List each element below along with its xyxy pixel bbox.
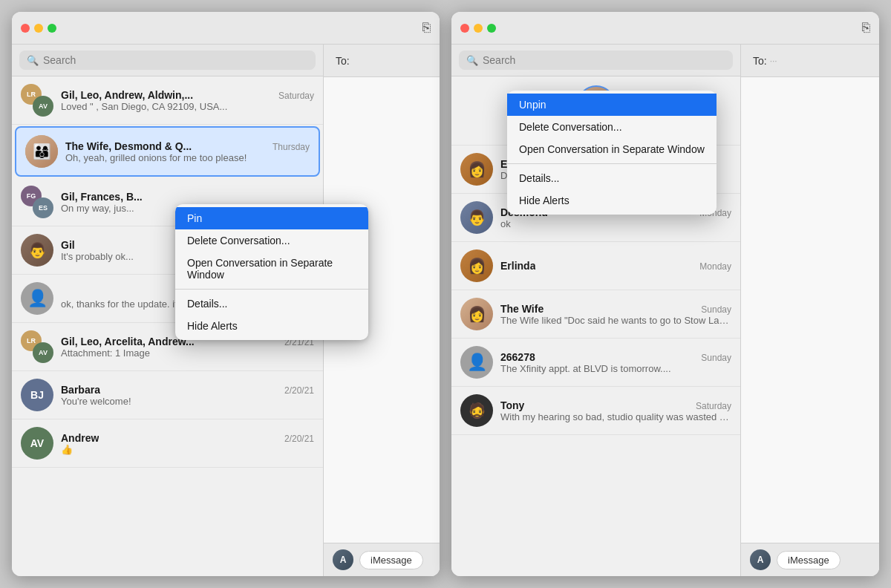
compose-area-right: To: ··· A iMessage [741, 45, 879, 576]
maximize-button-left[interactable] [48, 24, 56, 33]
conv-preview-266278: The Xfinity appt. at BLVD is tomorrow...… [500, 363, 731, 374]
conv-time-barbara: 2/20/21 [284, 385, 314, 396]
conv-item-barbara[interactable]: BJ Barbara 2/20/21 You're welcome! [12, 371, 323, 419]
sidebar-left: 🔍 LR AV Gil, Leo, Andrew, Aldwin,... Sat… [12, 45, 324, 576]
conv-item-tony[interactable]: 🧔 Tony Saturday With my hearing so bad, … [451, 387, 740, 435]
conv-name-andrew: Andrew [61, 432, 99, 444]
conv-info-gil-group: Gil, Leo, Andrew, Aldwin,... Saturday Lo… [61, 89, 314, 112]
conv-info-andrew: Andrew 2/20/21 👍 [61, 432, 314, 455]
search-bar-left: 🔍 [12, 45, 323, 76]
conv-item-wife-group[interactable]: 👨‍👩‍👦 The Wife, Desmond & Q... Thursday … [15, 126, 320, 177]
compose-ellipsis-right: ··· [770, 56, 777, 66]
ctx-hide-alerts[interactable]: Hide Alerts [175, 315, 323, 337]
ctx-details-right[interactable]: Details... [507, 167, 717, 189]
conv-header-andrew: Andrew 2/20/21 [61, 432, 314, 444]
conv-item-266278[interactable]: 👤 266278 Sunday The Xfinity appt. at BLV… [451, 339, 740, 387]
ctx-open-window[interactable]: Open Conversation in Separate Window [175, 252, 323, 286]
conv-header-gil-group: Gil, Leo, Andrew, Aldwin,... Saturday [61, 89, 314, 101]
conv-info-thewife: The Wife Sunday The Wife liked "Doc said… [500, 303, 731, 326]
ctx-divider-right [507, 163, 717, 164]
maximize-button-right[interactable] [487, 24, 496, 33]
close-button-right[interactable] [460, 24, 469, 33]
ctx-pin[interactable]: Pin [175, 207, 323, 229]
conv-item-andrew[interactable]: AV Andrew 2/20/21 👍 [12, 419, 323, 468]
conv-preview-tony: With my hearing so bad, studio quality w… [500, 411, 731, 422]
minimize-button-left[interactable] [34, 24, 43, 33]
conv-time-erlinda: Monday [699, 261, 731, 272]
ctx-details[interactable]: Details... [175, 293, 323, 315]
conv-time-thewife: Sunday [701, 304, 731, 315]
close-button-left[interactable] [21, 24, 30, 33]
avatar-gil-group: LR AV [21, 84, 53, 117]
avatar-gil-frances: FG ES [21, 186, 53, 218]
conv-name-gil-arcelita: Gil, Leo, Arcelita, Andrew... [61, 336, 195, 347]
avatar-unknown: 👤 [21, 282, 53, 315]
conv-header-erlinda: Erlinda Monday [500, 260, 731, 272]
ctx-delete-right[interactable]: Delete Conversation... [507, 116, 717, 138]
imessage-button-right[interactable]: iMessage [777, 551, 841, 569]
search-wrap-right[interactable]: 🔍 [459, 50, 733, 70]
conv-item-gil-group[interactable]: LR AV Gil, Leo, Andrew, Aldwin,... Satur… [12, 76, 323, 125]
compose-icon-left[interactable]: ⎘ [422, 20, 431, 36]
search-bar-right: 🔍 [451, 45, 740, 76]
compose-bottom-right: A iMessage [741, 543, 879, 576]
avatar-desmond: 👨 [460, 201, 493, 234]
ctx-divider-left [175, 289, 323, 290]
minimize-button-right[interactable] [474, 24, 483, 33]
conv-name-thewife: The Wife [500, 303, 544, 315]
title-bar-right: ⎘ [451, 12, 879, 45]
conv-header-barbara: Barbara 2/20/21 [61, 384, 314, 396]
conv-item-thewife[interactable]: 👩 The Wife Sunday The Wife liked "Doc sa… [451, 290, 740, 339]
app-icon-left: A [333, 549, 353, 570]
search-input-right[interactable] [483, 54, 725, 66]
conv-time-tony: Saturday [696, 401, 731, 411]
compose-icon-right[interactable]: ⎘ [862, 20, 870, 36]
ctx-unpin[interactable]: Unpin [507, 94, 717, 116]
compose-header-right: To: ··· [741, 45, 879, 77]
avatar-es: ES [33, 197, 53, 218]
conv-time-266278: Sunday [701, 353, 731, 363]
conv-time-wife-group: Thursday [272, 142, 310, 152]
avatar-erlinda: 👩 [460, 249, 493, 282]
conv-name-266278: 266278 [500, 351, 535, 363]
conv-name-erlinda: Erlinda [500, 260, 535, 272]
conv-info-tony: Tony Saturday With my hearing so bad, st… [500, 399, 731, 422]
compose-header-left: To: [324, 45, 440, 77]
conv-preview-desmond: ok [500, 218, 731, 229]
avatar-av: AV [33, 96, 53, 117]
conv-info-barbara: Barbara 2/20/21 You're welcome! [61, 384, 314, 407]
to-label-right: To: [753, 55, 767, 67]
conv-time-gil-group: Saturday [278, 91, 314, 101]
conv-header-thewife: The Wife Sunday [500, 303, 731, 315]
search-icon-left: 🔍 [27, 55, 39, 66]
avatar-erlinda-gil: 👩 [460, 153, 493, 186]
conv-preview-gil-group: Loved " , San Diego, CA 92109, USA... [61, 101, 314, 112]
ctx-open-window-right[interactable]: Open Conversation in Separate Window [507, 138, 717, 160]
conv-name-gil: Gil [61, 239, 75, 251]
sidebar-right: 🔍 👩 The Wif... Unpin Delete Conversation… [451, 45, 741, 576]
conv-name-barbara: Barbara [61, 384, 100, 396]
traffic-lights-right [460, 24, 496, 33]
avatar-barbara: BJ [21, 379, 53, 411]
search-input-left[interactable] [43, 54, 308, 66]
context-menu-left: Pin Delete Conversation... Open Conversa… [175, 204, 323, 340]
ctx-delete[interactable]: Delete Conversation... [175, 229, 323, 252]
to-label-left: To: [336, 55, 350, 67]
conv-header-tony: Tony Saturday [500, 399, 731, 411]
window-body-right: 🔍 👩 The Wif... Unpin Delete Conversation… [451, 45, 879, 576]
traffic-lights-left [21, 24, 56, 33]
window-body-left: 🔍 LR AV Gil, Leo, Andrew, Aldwin,... Sat… [12, 45, 440, 576]
conv-name-gil-frances: Gil, Frances, B... [61, 191, 143, 203]
imessage-button-left[interactable]: iMessage [359, 551, 423, 569]
ctx-hide-alerts-right[interactable]: Hide Alerts [507, 189, 717, 212]
avatar-tony: 🧔 [460, 394, 493, 427]
conv-preview-andrew: 👍 [61, 444, 314, 455]
conv-preview-wife-group: Oh, yeah, grilled onions for me too plea… [65, 152, 310, 163]
conv-item-erlinda[interactable]: 👩 Erlinda Monday [451, 242, 740, 290]
search-wrap-left[interactable]: 🔍 [19, 50, 316, 70]
avatar-266278: 👤 [460, 346, 493, 379]
conv-preview-barbara: You're welcome! [61, 396, 314, 407]
window-right: ⎘ 🔍 👩 The Wif... Unpin Delete Convers [451, 12, 879, 576]
avatar-wife-group: 👨‍👩‍👦 [25, 135, 58, 168]
avatar-gil: 👨 [21, 234, 53, 267]
